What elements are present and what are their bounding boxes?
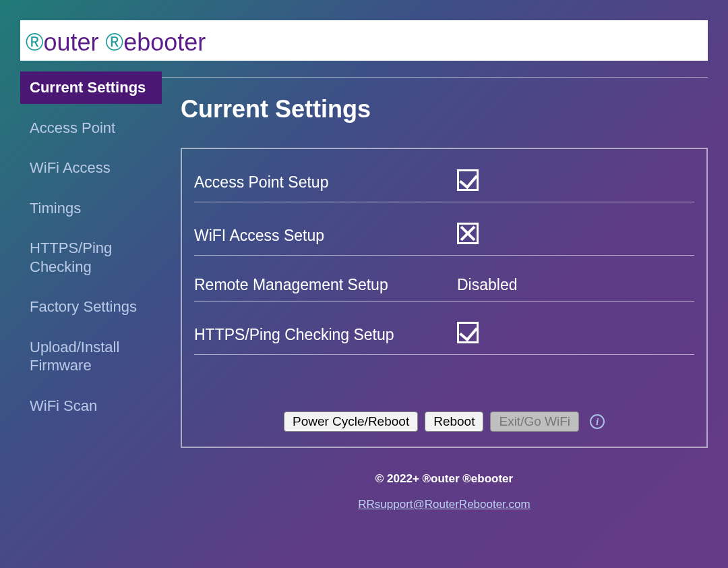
sidebar-item-upload-firmware[interactable]: Upload/Install Firmware xyxy=(20,331,162,382)
main-content: Current Settings Access Point Setup WiFI… xyxy=(162,77,708,511)
button-row: Power Cycle/Reboot Reboot Exit/Go WiFi i xyxy=(194,411,694,432)
row-value: Disabled xyxy=(457,276,694,294)
row-wifi-access-setup: WiFI Access Setup xyxy=(194,202,694,255)
footer-copyright: © 2022+ ®outer ®ebooter xyxy=(181,472,708,486)
settings-panel: Access Point Setup WiFI Access Setup Rem… xyxy=(181,148,708,448)
row-label: WiFI Access Setup xyxy=(194,227,457,245)
cross-icon xyxy=(457,223,479,244)
sidebar-item-wifi-access[interactable]: WiFi Access xyxy=(20,152,162,184)
checkmark-icon xyxy=(457,169,479,191)
row-value xyxy=(457,223,694,248)
brand-r-icon-1: ® xyxy=(26,28,44,56)
power-cycle-button[interactable]: Power Cycle/Reboot xyxy=(284,411,418,432)
reboot-button[interactable]: Reboot xyxy=(425,411,483,432)
row-label: HTTPS/Ping Checking Setup xyxy=(194,326,457,344)
sidebar-item-current-settings[interactable]: Current Settings xyxy=(20,72,162,104)
row-label: Access Point Setup xyxy=(194,173,457,192)
sidebar-item-factory-settings[interactable]: Factory Settings xyxy=(20,291,162,323)
row-access-point-setup: Access Point Setup xyxy=(194,149,694,202)
row-value xyxy=(457,169,694,195)
row-value xyxy=(457,322,694,347)
brand-r-icon-2: ® xyxy=(106,28,124,56)
row-label: Remote Management Setup xyxy=(194,276,457,294)
row-https-ping-setup: HTTPS/Ping Checking Setup xyxy=(194,302,694,354)
exit-go-wifi-button[interactable]: Exit/Go WiFi xyxy=(490,411,579,432)
brand-bar: ®outer ®ebooter xyxy=(20,20,708,61)
page-title: Current Settings xyxy=(181,95,708,123)
footer-email-link[interactable]: RRsupport@RouterRebooter.com xyxy=(358,498,530,511)
brand-title: ®outer ®ebooter xyxy=(26,28,206,57)
sidebar: Current Settings Access Point WiFi Acces… xyxy=(20,66,162,511)
sidebar-item-timings[interactable]: Timings xyxy=(20,192,162,225)
info-icon[interactable]: i xyxy=(590,414,605,429)
sidebar-item-wifi-scan[interactable]: WiFi Scan xyxy=(20,390,162,422)
row-remote-management-setup: Remote Management Setup Disabled xyxy=(194,256,694,301)
sidebar-item-https-ping[interactable]: HTTPS/Ping Checking xyxy=(20,232,162,283)
checkmark-icon xyxy=(457,322,479,343)
sidebar-item-access-point[interactable]: Access Point xyxy=(20,112,162,144)
footer: © 2022+ ®outer ®ebooter RRsupport@Router… xyxy=(181,472,708,511)
divider xyxy=(194,354,694,355)
